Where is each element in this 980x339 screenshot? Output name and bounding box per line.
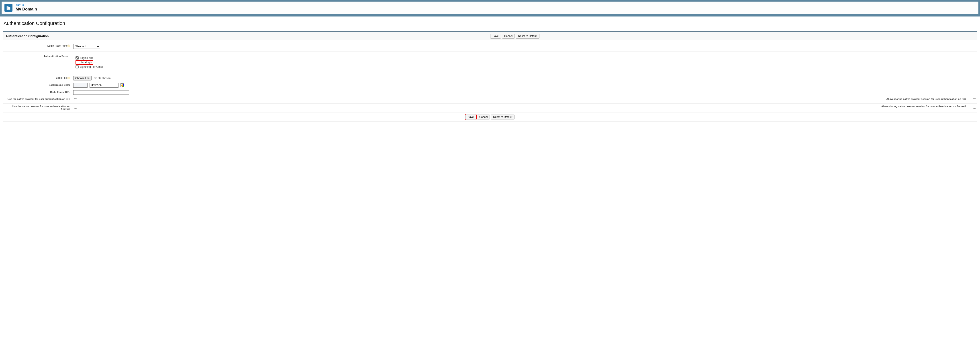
header-banner: SETUP My Domain (0, 0, 980, 16)
svg-rect-9 (10, 8, 10, 9)
bottom-button-row: Save Cancel Reset to Default (466, 115, 515, 120)
svg-rect-6 (9, 8, 9, 8)
header-card: SETUP My Domain (2, 2, 978, 14)
reset-button[interactable]: Reset to Default (516, 34, 539, 38)
control-auth-service: Login Form facelogin Lightning For Gmail (72, 54, 977, 70)
svg-rect-5 (8, 8, 8, 8)
row-right-frame-url: Right Frame URL (3, 89, 977, 96)
cancel-button-bottom[interactable]: Cancel (477, 115, 490, 120)
control-login-page-type: Standard (72, 44, 977, 49)
panel-footer: Save Cancel Reset to Default (3, 112, 977, 121)
label-logo-file-text: Logo File (56, 77, 67, 79)
auth-config-panel: Authentication Configuration Save Cancel… (3, 31, 977, 122)
share-android-checkbox[interactable] (973, 106, 976, 109)
auth-service-facelogin-checkbox[interactable] (77, 61, 80, 64)
right-frame-url-input[interactable] (73, 90, 129, 95)
svg-rect-0 (7, 7, 8, 7)
cancel-button[interactable]: Cancel (502, 34, 515, 38)
svg-rect-2 (7, 7, 8, 8)
control-bg-color (72, 83, 977, 88)
reset-button-bottom[interactable]: Reset to Default (491, 115, 514, 120)
bg-color-swatch (73, 83, 88, 88)
label-share-android: Allow sharing native browser session for… (881, 105, 968, 108)
breadcrumb: SETUP (16, 4, 37, 7)
auth-service-lightning-gmail-label: Lightning For Gmail (80, 65, 103, 69)
row-native-ios: Use the native browser for user authenti… (3, 96, 977, 103)
row-logo-file: Logo Filei Choose File No file chosen (3, 75, 977, 82)
svg-rect-4 (7, 8, 8, 8)
label-native-ios: Use the native browser for user authenti… (3, 98, 72, 100)
auth-service-login-form[interactable]: Login Form (75, 56, 974, 60)
row-native-android: Use the native browser for user authenti… (3, 103, 977, 112)
label-auth-service: Authentication Service (3, 54, 72, 58)
label-native-android: Use the native browser for user authenti… (3, 105, 72, 110)
svg-rect-3 (8, 7, 8, 8)
native-android-checkbox[interactable] (74, 106, 77, 109)
choose-file-button[interactable]: Choose File (73, 76, 92, 80)
auth-service-login-form-checkbox[interactable] (75, 56, 79, 59)
row-auth-service: Authentication Service Login Form facelo… (3, 53, 977, 72)
svg-rect-1 (8, 7, 8, 7)
login-page-type-select[interactable]: Standard (73, 44, 100, 49)
share-ios-checkbox[interactable] (973, 98, 976, 101)
auth-service-login-form-label: Login Form (80, 56, 94, 59)
color-grid-icon (121, 84, 124, 87)
header-text: SETUP My Domain (16, 4, 37, 11)
file-chosen-status: No file chosen (94, 77, 110, 80)
label-logo-file: Logo Filei (3, 76, 72, 79)
control-right-frame (72, 90, 977, 95)
panel-header: Authentication Configuration Save Cancel… (3, 32, 977, 40)
control-logo-file: Choose File No file chosen (72, 76, 977, 80)
save-button-bottom[interactable]: Save (466, 115, 476, 120)
label-bg-color: Background Color (3, 83, 72, 86)
color-picker-button[interactable] (120, 83, 124, 87)
auth-service-facelogin-label: facelogin (81, 61, 92, 64)
row-login-page-type: Login Page Typei Standard (3, 43, 977, 50)
building-icon (5, 4, 13, 12)
form-area: Login Page Typei Standard Authentication… (3, 40, 977, 112)
label-login-page-type: Login Page Typei (3, 44, 72, 47)
top-button-row: Save Cancel Reset to Default (490, 34, 539, 38)
svg-rect-8 (9, 8, 9, 9)
save-button[interactable]: Save (490, 34, 501, 38)
label-login-page-type-text: Login Page Type (48, 44, 67, 47)
label-share-ios: Allow sharing native browser session for… (886, 98, 968, 100)
help-icon[interactable]: i (67, 45, 70, 47)
panel-title: Authentication Configuration (6, 34, 56, 38)
auth-service-lightning-gmail-checkbox[interactable] (75, 65, 79, 69)
native-ios-checkbox[interactable] (74, 98, 77, 101)
page-body: Authentication Configuration Authenticat… (0, 16, 980, 125)
building-icon-svg (6, 5, 11, 10)
help-icon[interactable]: i (67, 77, 70, 79)
page-heading: Authentication Configuration (3, 21, 977, 26)
bg-color-input[interactable] (89, 83, 118, 88)
auth-service-lightning-gmail[interactable]: Lightning For Gmail (75, 65, 974, 69)
page-title: My Domain (16, 7, 37, 11)
label-right-frame: Right Frame URL (3, 90, 72, 93)
auth-service-facelogin[interactable]: facelogin (75, 60, 93, 65)
row-bg-color: Background Color (3, 82, 977, 89)
svg-rect-7 (10, 8, 10, 8)
